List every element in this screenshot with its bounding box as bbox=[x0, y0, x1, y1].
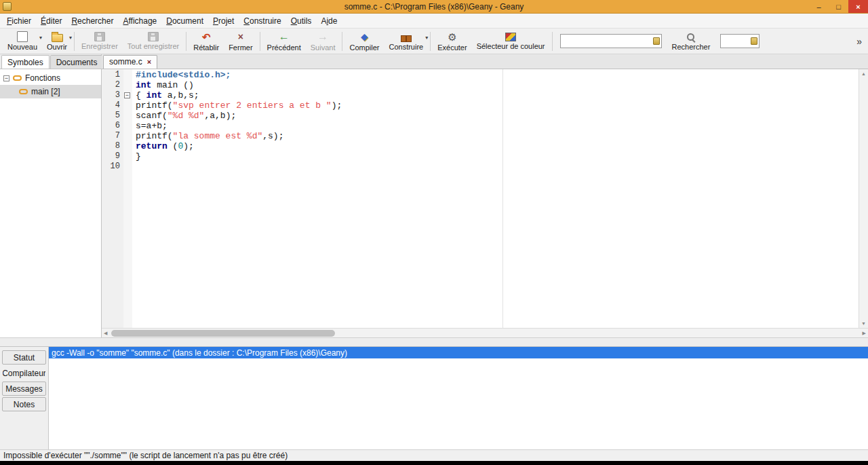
doc-tab-label: somme.c bbox=[109, 57, 142, 67]
goto-line-input-wrap bbox=[720, 34, 760, 48]
scroll-right-icon[interactable]: ▶ bbox=[863, 331, 866, 336]
status-text: Impossible d'exécuter ""./somme"" (le sc… bbox=[3, 451, 288, 460]
save-all-icon bbox=[148, 32, 159, 41]
code-line[interactable]: printf("svp entrer 2 entiers a et b "); bbox=[136, 100, 868, 111]
tab-messages[interactable]: Messages bbox=[2, 382, 46, 396]
title-bar: somme.c - C:\Program Files (x86)\Geany -… bbox=[0, 0, 868, 14]
code-line[interactable]: return (0); bbox=[136, 141, 868, 151]
compiler-message[interactable]: gcc -Wall -o "somme" "somme.c" (dans le … bbox=[49, 347, 868, 358]
menu-outils[interactable]: Outils bbox=[286, 14, 317, 29]
maximize-button[interactable]: □ bbox=[829, 0, 848, 13]
toolbar-separator bbox=[552, 32, 553, 51]
menu-bar: FichierÉditerRechercherAffichageDocument… bbox=[0, 14, 868, 29]
menu-editer[interactable]: Éditer bbox=[36, 14, 66, 29]
new-document-icon bbox=[17, 31, 28, 42]
executer-button[interactable]: ⚙Exécuter bbox=[433, 29, 471, 54]
menu-aide[interactable]: Aide bbox=[316, 14, 342, 29]
message-window-tabs: Statut Compilateur Messages Notes bbox=[0, 347, 49, 449]
tab-somme-c[interactable]: somme.c × bbox=[103, 55, 157, 69]
close-tab-icon[interactable]: × bbox=[147, 58, 151, 66]
nouveau-button[interactable]: ▾Nouveau bbox=[3, 29, 42, 54]
panel-splitter[interactable] bbox=[0, 337, 868, 346]
retablir-button[interactable]: ↶Rétablir bbox=[189, 29, 224, 54]
rechercher-button[interactable]: Rechercher bbox=[667, 29, 715, 54]
sidebar: Symboles Documents − Fonctions main [2] bbox=[0, 54, 102, 337]
menu-affichage[interactable]: Affichage bbox=[118, 14, 161, 29]
toolbar-button-label: Fermer bbox=[229, 43, 252, 52]
horizontal-scrollbar[interactable]: ◀ ▶ bbox=[102, 328, 868, 337]
close-button[interactable]: × bbox=[848, 0, 868, 13]
code-line[interactable]: s=a+b; bbox=[136, 121, 868, 131]
construire-button[interactable]: ▾Construire bbox=[384, 29, 428, 54]
long-line-marker bbox=[502, 69, 503, 328]
toolbar-button-label: Tout enregistrer bbox=[127, 42, 179, 50]
code-line[interactable] bbox=[136, 162, 868, 172]
fold-collapse-icon[interactable]: − bbox=[124, 92, 130, 98]
main-area: Symboles Documents − Fonctions main [2] … bbox=[0, 54, 868, 337]
line-number: 7 bbox=[102, 131, 120, 141]
tab-statut[interactable]: Statut bbox=[2, 350, 46, 365]
compile-icon: ◆ bbox=[359, 31, 370, 43]
selecteur-de-couleur-button[interactable]: Sélecteur de couleur bbox=[472, 29, 550, 54]
line-number: 10 bbox=[102, 162, 120, 172]
toolbar-button-label: Enregistrer bbox=[81, 42, 118, 50]
tree-label: main [2] bbox=[31, 87, 60, 96]
vertical-scrollbar[interactable]: ▲ ▼ bbox=[859, 69, 868, 328]
menu-document[interactable]: Document bbox=[161, 14, 208, 29]
code-line[interactable]: #include<stdio.h>; bbox=[136, 70, 868, 80]
close-doc-icon: × bbox=[235, 31, 246, 43]
toolbar-button-label: Rechercher bbox=[672, 43, 711, 51]
search-input[interactable] bbox=[560, 34, 662, 48]
menu-construire[interactable]: Construire bbox=[239, 14, 285, 29]
line-number: 9 bbox=[102, 151, 120, 162]
menu-rechercher[interactable]: Rechercher bbox=[66, 14, 118, 29]
enregistrer-button[interactable]: Enregistrer bbox=[77, 29, 123, 54]
suivant-button[interactable]: →Suivant bbox=[306, 29, 340, 54]
screen-edge bbox=[0, 461, 868, 465]
dropdown-arrow-icon[interactable]: ▾ bbox=[69, 35, 72, 41]
ouvrir-button[interactable]: ▾Ouvrir bbox=[42, 29, 72, 54]
toolbar-button-label: Ouvrir bbox=[47, 43, 67, 51]
code-line[interactable]: printf("la somme est %d",s); bbox=[136, 131, 868, 141]
toolbar-separator bbox=[260, 32, 260, 51]
precedent-button[interactable]: ←Précédent bbox=[262, 29, 306, 54]
scroll-down-icon[interactable]: ▼ bbox=[861, 321, 866, 326]
tab-compilateur[interactable]: Compilateur bbox=[2, 366, 46, 380]
tab-symboles[interactable]: Symboles bbox=[1, 55, 50, 69]
geany-window: somme.c - C:\Program Files (x86)\Geany -… bbox=[0, 0, 868, 465]
code-line[interactable]: scanf("%d %d",a,b); bbox=[136, 111, 868, 121]
tout-enregistrer-button[interactable]: Tout enregistrer bbox=[123, 29, 184, 54]
toolbar-separator bbox=[74, 32, 75, 51]
code-line[interactable]: int main () bbox=[136, 80, 868, 90]
fermer-button[interactable]: ×Fermer bbox=[224, 29, 257, 54]
code-editor[interactable]: 12345678910 − #include<stdio.h>;int main… bbox=[102, 69, 868, 328]
code-line[interactable]: } bbox=[136, 151, 868, 162]
entry-action-icon[interactable] bbox=[653, 37, 660, 45]
scroll-thumb[interactable] bbox=[111, 330, 335, 337]
search-icon bbox=[686, 32, 696, 42]
toolbar-separator bbox=[430, 32, 431, 51]
tree-item-fonctions[interactable]: − Fonctions bbox=[0, 71, 101, 85]
menu-projet[interactable]: Projet bbox=[208, 14, 239, 29]
scroll-up-icon[interactable]: ▲ bbox=[861, 71, 866, 76]
tab-notes[interactable]: Notes bbox=[2, 397, 46, 411]
tree-item-main[interactable]: main [2] bbox=[0, 85, 101, 98]
scroll-left-icon[interactable]: ◀ bbox=[104, 331, 107, 336]
code-text[interactable]: #include<stdio.h>;int main (){ int a,b,s… bbox=[132, 69, 868, 328]
tree-label: Fonctions bbox=[25, 73, 60, 83]
line-number: 6 bbox=[102, 121, 120, 131]
editor-region: somme.c × 12345678910 − #include<stdio.h… bbox=[102, 54, 868, 337]
function-icon bbox=[13, 75, 22, 81]
minimize-button[interactable]: – bbox=[809, 0, 829, 13]
menu-fichier[interactable]: Fichier bbox=[2, 14, 36, 29]
fold-margin[interactable]: − bbox=[123, 69, 132, 328]
code-line[interactable]: { int a,b,s; bbox=[136, 90, 868, 100]
collapse-icon[interactable]: − bbox=[3, 75, 9, 81]
dropdown-arrow-icon[interactable]: ▾ bbox=[425, 35, 428, 41]
line-number: 4 bbox=[102, 100, 120, 111]
entry-action-icon[interactable] bbox=[751, 37, 757, 45]
back-icon: ← bbox=[279, 31, 290, 43]
toolbar-overflow-button[interactable]: » bbox=[853, 36, 865, 47]
tab-documents[interactable]: Documents bbox=[50, 55, 104, 69]
compiler-button[interactable]: ◆Compiler bbox=[344, 29, 384, 54]
